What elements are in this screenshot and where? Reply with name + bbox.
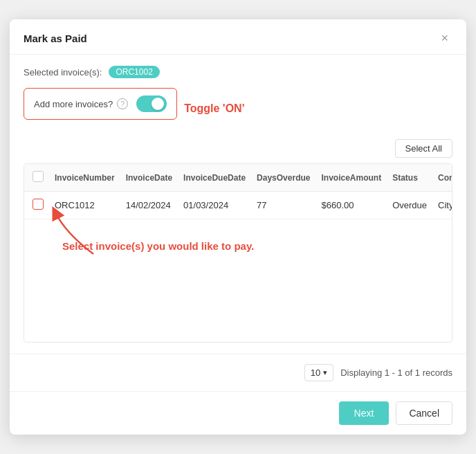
row-checkbox-cell[interactable]: [24, 192, 49, 219]
cell-invoice-number: ORC1012: [49, 192, 120, 219]
toggle-switch[interactable]: [136, 96, 167, 112]
row-checkbox[interactable]: [33, 199, 44, 210]
cancel-button[interactable]: Cancel: [396, 401, 452, 425]
row-annotation-text: Select invoice(s) you would like to pay.: [62, 240, 254, 252]
toggle-label-text: Add more invoices?: [34, 99, 113, 109]
pagination-row: 10 ▾ Displaying 1 - 1 of 1 records: [10, 354, 466, 391]
col-due-date: InvoiceDueDate: [178, 164, 251, 192]
help-icon[interactable]: ?: [117, 98, 128, 109]
modal-body: Selected invoice(s): ORC1002 Add more in…: [10, 55, 466, 354]
table-header-row: InvoiceNumber InvoiceDate InvoiceDueDate…: [24, 164, 452, 192]
chevron-down-icon: ▾: [323, 368, 327, 377]
modal-title: Mark as Paid: [24, 33, 87, 44]
selected-invoices-label: Selected invoice(s):: [24, 67, 102, 78]
close-button[interactable]: ×: [437, 30, 452, 46]
pagination-info: Displaying 1 - 1 of 1 records: [340, 367, 452, 378]
per-page-value: 10: [311, 367, 320, 378]
toggle-slider: [136, 96, 167, 112]
col-invoice-date: InvoiceDate: [120, 164, 178, 192]
invoice-badge: ORC1002: [109, 66, 159, 78]
select-all-row: Select All: [24, 139, 452, 158]
cell-status: Overdue: [387, 192, 432, 219]
table-header-checkbox[interactable]: [24, 164, 49, 192]
col-contact: Contact: [432, 164, 452, 192]
row-annotation-container: Select invoice(s) you would like to pay.: [62, 240, 254, 252]
add-more-invoices-row: Add more invoices? ?: [24, 88, 177, 120]
modal-overlay: Mark as Paid × Selected invoice(s): ORC1…: [0, 0, 476, 454]
cell-amount: $660.00: [315, 192, 387, 219]
col-invoice-number: InvoiceNumber: [49, 164, 120, 192]
selected-invoices-row: Selected invoice(s): ORC1002: [24, 66, 452, 78]
next-button[interactable]: Next: [339, 401, 390, 425]
header-checkbox[interactable]: [33, 171, 44, 182]
col-status: Status: [387, 164, 432, 192]
cell-due-date: 01/03/2024: [178, 192, 251, 219]
toggle-annotation: Toggle 'ON': [184, 102, 244, 115]
invoice-table: InvoiceNumber InvoiceDate InvoiceDueDate…: [24, 164, 452, 219]
modal-dialog: Mark as Paid × Selected invoice(s): ORC1…: [10, 19, 466, 435]
col-amount: InvoiceAmount: [315, 164, 387, 192]
modal-header: Mark as Paid ×: [10, 19, 466, 55]
select-all-button[interactable]: Select All: [395, 139, 452, 158]
invoice-table-container: InvoiceNumber InvoiceDate InvoiceDueDate…: [24, 163, 452, 343]
cell-invoice-date: 14/02/2024: [120, 192, 178, 219]
toggle-label: Add more invoices? ?: [34, 98, 128, 109]
col-days-overdue: DaysOverdue: [251, 164, 315, 192]
cell-contact: City Lim: [432, 192, 452, 219]
cell-days-overdue: 77: [251, 192, 315, 219]
modal-footer: Next Cancel: [10, 391, 466, 435]
per-page-select[interactable]: 10 ▾: [304, 364, 333, 381]
table-row: ORC1012 14/02/2024 01/03/2024 77 $660.00…: [24, 192, 452, 219]
